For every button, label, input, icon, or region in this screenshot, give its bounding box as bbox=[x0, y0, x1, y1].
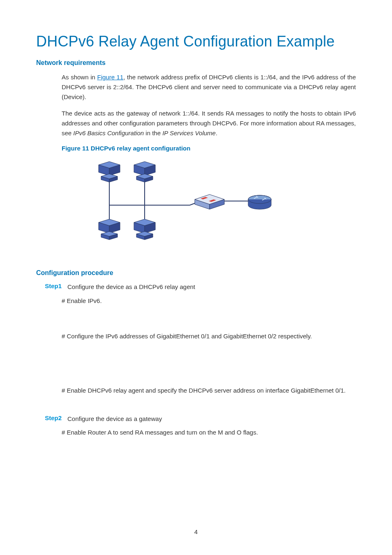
step-text: Configure the device as a gateway bbox=[67, 414, 356, 424]
command-note: # Enable DHCPv6 relay agent and specify … bbox=[62, 386, 356, 395]
paragraph: As shown in Figure 11, the network addre… bbox=[62, 72, 356, 102]
step-label: Step2 bbox=[36, 414, 67, 424]
section-network-requirements: Network requirements bbox=[36, 59, 356, 67]
text: . bbox=[216, 130, 217, 136]
host-icon bbox=[134, 219, 155, 240]
switch-icon bbox=[195, 194, 224, 209]
diagram-svg bbox=[87, 157, 280, 252]
figure-link[interactable]: Figure 11 bbox=[97, 74, 123, 81]
step-row: Step2 Configure the device as a gateway bbox=[36, 414, 356, 424]
text-italic: IPv6 Basics Configuration bbox=[73, 130, 144, 136]
network-diagram bbox=[87, 157, 356, 252]
step-text: Configure the device as a DHCPv6 relay a… bbox=[67, 282, 356, 292]
figure-caption: Figure 11 DHCPv6 relay agent configurati… bbox=[62, 145, 356, 152]
step-row: Step1 Configure the device as a DHCPv6 r… bbox=[36, 282, 356, 292]
command-note: # Enable Router A to send RA messages an… bbox=[62, 428, 356, 437]
router-icon bbox=[248, 195, 271, 209]
command-note: # Configure the IPv6 addresses of Gigabi… bbox=[62, 331, 356, 341]
diagram-links bbox=[109, 180, 251, 231]
text-italic: IP Services Volume bbox=[162, 130, 216, 136]
text: in the bbox=[144, 130, 162, 136]
text: As shown in bbox=[62, 74, 97, 81]
section-configuration-procedure: Configuration procedure bbox=[36, 269, 356, 277]
paragraph: The device acts as the gateway of networ… bbox=[62, 109, 356, 138]
host-icon bbox=[99, 219, 120, 240]
page-number: 4 bbox=[0, 528, 392, 535]
host-icon bbox=[99, 162, 120, 182]
command-note: # Enable IPv6. bbox=[62, 296, 356, 306]
host-icon bbox=[134, 162, 155, 182]
step-label: Step1 bbox=[36, 282, 67, 292]
page-title: DHCPv6 Relay Agent Configuration Example bbox=[36, 33, 356, 50]
